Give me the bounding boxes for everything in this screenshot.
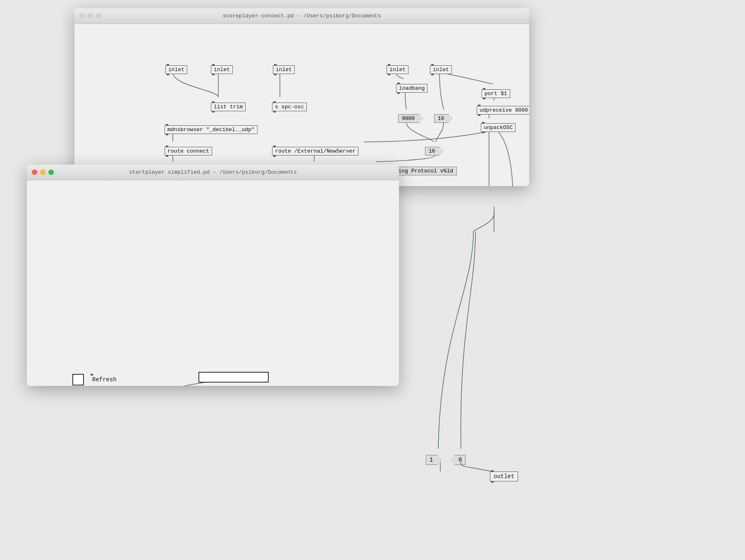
node-16a: 16 xyxy=(434,114,453,123)
back-window[interactable]: scoreplayer-connect.pd – /Users/psiborg/… xyxy=(74,8,529,186)
back-window-title: scoreplayer-connect.pd – /Users/psiborg/… xyxy=(223,13,381,19)
inlet1-node: inlet xyxy=(165,65,187,74)
back-maximize-btn[interactable] xyxy=(96,13,101,19)
back-window-buttons xyxy=(79,13,101,19)
inlet4-node: inlet xyxy=(387,65,408,74)
back-close-btn[interactable] xyxy=(79,13,85,19)
s-spc-osc-node: s spc-osc xyxy=(272,103,307,111)
back-titlebar: scoreplayer-connect.pd – /Users/psiborg/… xyxy=(74,8,529,24)
back-minimize-btn[interactable] xyxy=(88,13,93,19)
front-window-title: startplayer simplified.pd – /Users/psibo… xyxy=(129,169,297,175)
front-close-btn[interactable] xyxy=(32,170,37,175)
flag-0-node: 0 xyxy=(451,455,466,465)
inlet5-node: inlet xyxy=(430,65,452,74)
udpreceive-node: udpreceive 9000 xyxy=(477,106,529,115)
toggle-node[interactable] xyxy=(72,374,84,385)
back-canvas: inlet inlet inlet inlet inlet loadbang p… xyxy=(74,24,529,186)
route-extserver-node: route /External/NewServer xyxy=(272,147,358,156)
port-node: port $1 xyxy=(482,89,510,98)
node-9000: 9000 xyxy=(398,114,423,123)
inlet3-node: inlet xyxy=(273,65,295,74)
loadbang-node: loadbang xyxy=(396,84,427,93)
front-titlebar: startplayer simplified.pd – /Users/psibo… xyxy=(27,165,399,180)
inlet2-node: inlet xyxy=(211,65,233,74)
front-minimize-btn[interactable] xyxy=(40,170,45,175)
refresh-node[interactable]: Refresh xyxy=(90,376,119,384)
front-canvas: Refresh /Control/Play /Control/Seek $1 /… xyxy=(27,180,399,386)
outlet-node: outlet xyxy=(490,471,518,481)
unpackosc-node: unpackOSC xyxy=(481,123,516,132)
front-window-buttons xyxy=(32,170,54,175)
flag-1-node: 1 xyxy=(426,455,442,465)
node-16b: 16 xyxy=(425,147,444,156)
text-input-node[interactable] xyxy=(198,372,269,383)
route-connect-node: route connect xyxy=(165,147,212,156)
mdnsbrowser-node: mdnsbrowser "_decibel._udp" xyxy=(165,125,258,134)
list-trim-node: list trim xyxy=(211,103,246,111)
front-connections-svg xyxy=(27,180,399,386)
front-maximize-btn[interactable] xyxy=(48,170,54,175)
front-window[interactable]: startplayer simplified.pd – /Users/psibo… xyxy=(27,165,399,386)
